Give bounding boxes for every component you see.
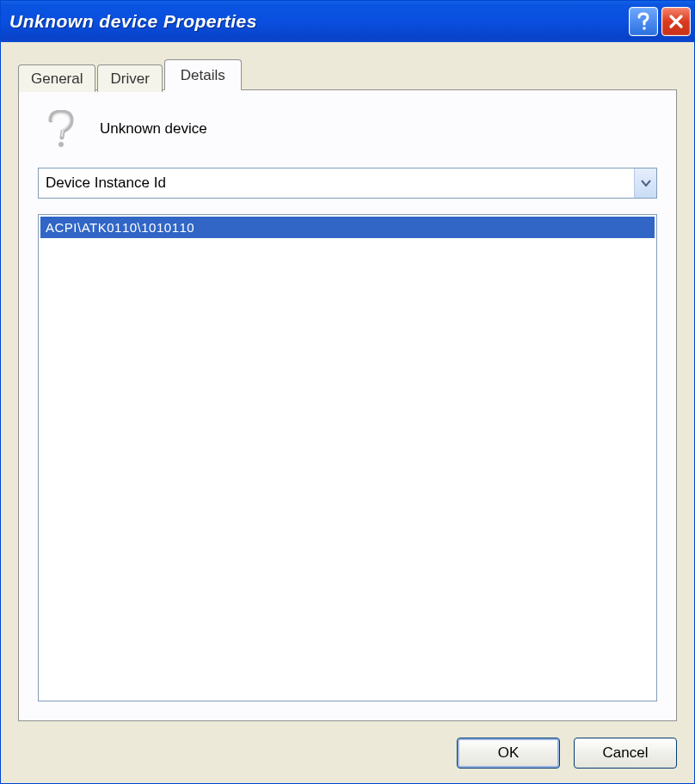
close-button[interactable] [661, 7, 691, 36]
title-bar[interactable]: Unknown device Properties [1, 1, 694, 42]
tab-details[interactable]: Details [164, 59, 242, 90]
client-area: General Driver Details Unknown device De… [1, 42, 694, 732]
titlebar-buttons [629, 7, 691, 36]
svg-point-1 [58, 142, 64, 147]
question-mark-icon [43, 111, 79, 147]
dropdown-selected-value: Device Instance Id [46, 175, 634, 192]
device-header: Unknown device [38, 107, 657, 168]
window-title: Unknown device Properties [9, 11, 629, 32]
tab-strip: General Driver Details [18, 59, 677, 90]
device-name-label: Unknown device [100, 120, 207, 138]
chevron-down-icon [634, 168, 656, 198]
property-dropdown[interactable]: Device Instance Id [38, 168, 657, 199]
cancel-button[interactable]: Cancel [574, 738, 677, 769]
tab-panel-details: Unknown device Device Instance Id ACPI\A… [18, 89, 677, 721]
ok-button[interactable]: OK [457, 738, 560, 769]
help-button[interactable] [629, 7, 658, 36]
tab-driver[interactable]: Driver [97, 64, 162, 92]
svg-point-0 [643, 27, 646, 30]
tab-general[interactable]: General [18, 64, 95, 92]
properties-window: Unknown device Properties General Driver… [0, 0, 695, 784]
close-icon [668, 14, 684, 29]
dialog-button-bar: OK Cancel [1, 732, 694, 783]
list-item[interactable]: ACPI\ATK0110\1010110 [40, 217, 655, 238]
value-listbox[interactable]: ACPI\ATK0110\1010110 [38, 214, 657, 701]
help-icon [636, 12, 651, 31]
